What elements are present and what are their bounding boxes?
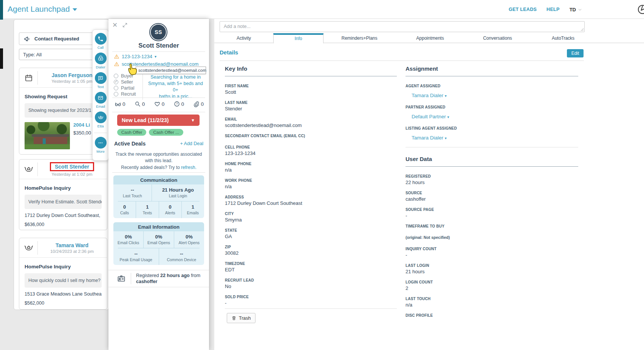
support-orb-icon[interactable] [637,4,644,15]
listing-link[interactable]: 2004 Li [73,122,91,128]
last-touch-cell: -- Last Touch [113,184,152,201]
tag-cash-offer[interactable]: Cash Offer [117,129,146,136]
phone-icon [98,36,104,42]
lead-name: Scott Stender [108,42,209,49]
email-tooltip: scottstendertestlead@noemail.com [136,67,206,74]
email-opens-cell: 0% Email Opens [143,231,173,248]
listing-agent-assigned-dropdown[interactable]: Tamara Dialer ▾ [406,135,578,141]
stat-views[interactable]: 0 [115,101,125,107]
card-message: Verify Home Estimate. Scott Stender ha [25,195,102,209]
add-deal-link[interactable]: + Add Deal [180,141,203,146]
calls-cell: 0 Calls [113,201,136,218]
tab-conversations[interactable]: Conversations [465,33,530,43]
lead-type-radios: Buyer ✓ Seller Partial Recruit [114,73,136,97]
key-info-section: Key Info FIRST NAMEScott LAST NAMEStende… [225,65,397,311]
stat-attachments[interactable]: 0 [193,101,204,107]
email-clicks-cell: 0% Email Clicks [113,231,143,248]
lead-name-link-highlighted[interactable]: Scott Stender [50,162,94,171]
radio-checked-icon: ✓ [114,80,118,84]
chat-bubble-icon [98,75,104,81]
help-link[interactable]: HELP [546,7,560,12]
card-price: $636,000 [25,222,102,227]
close-icon[interactable]: ✕ [112,21,118,29]
field-email: EMAILscottstendertestlead@noemail.com [225,117,397,129]
field-secondary-contact-email: SECONDARY CONTACT EMAIL (EMAIL CC) [225,133,397,140]
trash-button[interactable]: Trash [227,313,255,323]
registration-row: Registered 22 hours ago from cashoffer [108,270,209,287]
tab-appointments[interactable]: Appointments [395,33,465,43]
chevron-down-icon [578,8,582,12]
top-bar: Agent Launchpad GET LEADS HELP TD [0,0,644,19]
resize-grip-icon[interactable] [581,28,584,31]
dialer-icon [98,55,104,62]
app-switcher[interactable]: Agent Launchpad [8,5,77,14]
brand-title: Agent Launchpad [8,5,70,14]
etta-button[interactable]: Etta [95,112,107,128]
card-subject: HomePulse Inquiry [25,185,102,191]
texts-cell: 1 Texts [136,201,158,218]
chevron-down-icon[interactable]: ▾ [155,54,156,59]
text-button[interactable]: Text [95,72,107,89]
field-work-phone: WORK PHONEn/a [225,178,397,190]
quick-actions-toolbar: Call Dialer Text Email Etta More [92,29,109,161]
stat-searches[interactable]: 0 [134,101,145,107]
cursor-hand-icon [126,62,139,76]
paperclip-icon [193,101,200,107]
email-button[interactable]: Email [95,92,107,108]
note-composer [220,21,585,32]
refresh-link[interactable]: refresh. [181,165,197,170]
chevron-down-icon: ▾ [445,94,447,98]
field-agent-assigned: AGENT ASSIGNED Tamara Dialer ▾ [406,84,578,98]
search-summary[interactable]: Searching for a home in Smyrna, with 5+ … [142,74,206,100]
envelope-icon [98,95,104,101]
user-data-section: User Data REGISTERED22 hours SOURCEcasho… [406,156,578,319]
more-button[interactable]: More [95,137,107,153]
card-subject: Showing Request [25,94,102,99]
radio-seller[interactable]: ✓ Seller [114,79,136,85]
stat-favorites[interactable]: 0 [154,101,165,107]
homepulse-icon [24,164,34,174]
megaphone-icon [23,35,31,43]
expand-icon[interactable] [122,22,128,28]
tag-cash-offer-2[interactable]: Cash Offer ... [149,129,183,136]
call-button[interactable]: Call [95,33,107,50]
ellipsis-icon [98,140,104,146]
lead-time: Yesterday at 1:02 pm [42,172,102,177]
registration-text: Registered 22 hours ago from cashoffer [136,273,201,285]
agent-assigned-dropdown[interactable]: Tamara Dialer ▾ [406,93,578,98]
user-data-title: User Data [406,156,578,167]
tab-reminders-plans[interactable]: Reminders+Plans [324,33,395,43]
email-information-box: Email Information 0% Email Clicks 0% Ema… [113,222,204,265]
lead-tags: Cash Offer Cash Offer ... [117,129,183,136]
field-last-login: LAST LOGIN21 hours [406,263,578,275]
note-input[interactable] [220,21,585,32]
card-address: 1513 Grace Meadows Lane Southeast, Sm [25,291,102,297]
details-title: Details [220,49,238,56]
lead-status-dropdown[interactable]: New Lead (11/2/23) ▼ [117,115,200,126]
tab-autotracks[interactable]: AutoTracks [530,33,596,43]
field-source: SOURCEcashoffer [406,190,578,202]
alert-opens-cell: 0% Alert Opens [174,231,204,248]
lead-card-scott-stender: Scott Stender Yesterday at 1:02 pm HomeP… [19,159,107,230]
stat-inquiries[interactable]: ? 0 [173,101,184,107]
edit-button[interactable]: Edit [567,49,584,57]
field-source-page: SOURCE PAGE- [406,207,578,219]
field-city: CITYSmyrna [225,211,397,223]
communication-title: Communication [113,175,204,184]
get-leads-link[interactable]: GET LEADS [509,7,537,12]
listing-photo[interactable] [25,122,70,149]
partner-assigned-dropdown[interactable]: Default Partner ▾ [406,114,578,119]
field-timeframe-to-buy: TIMEFRAME TO BUY [406,224,578,230]
tab-info[interactable]: Info [273,33,324,43]
phone-link[interactable]: 123-123-1234 [122,54,152,59]
svg-text:?: ? [176,102,178,106]
lead-name-link[interactable]: Tamara Ward [42,242,102,248]
radio-recruit[interactable]: Recruit [114,91,136,97]
tab-activity[interactable]: Activity [214,33,273,43]
dialer-button[interactable]: Dialer [95,53,107,69]
deals-refresh-line: Recently added deals? Try to refresh. [108,165,209,170]
toolbar-divider [94,133,107,133]
lead-time: 10/24/2023 at 2:36 pm [42,249,102,254]
radio-partial[interactable]: Partial [114,85,136,91]
user-menu[interactable]: TD [570,7,582,12]
